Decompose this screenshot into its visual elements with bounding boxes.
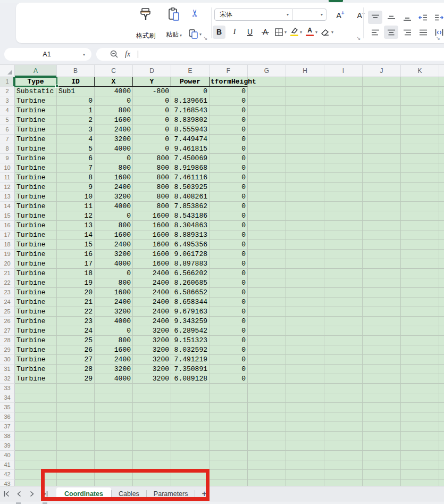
cell-I18[interactable] [324, 240, 363, 250]
cell-J3[interactable] [363, 96, 401, 106]
cell-F33[interactable] [210, 384, 248, 393]
cell-F40[interactable] [210, 451, 248, 460]
cell-I9[interactable] [324, 154, 363, 163]
cell-D7[interactable]: 0 [133, 135, 171, 144]
cell-K26[interactable] [401, 317, 439, 326]
cell-A36[interactable] [15, 412, 57, 422]
cell-I39[interactable] [324, 441, 363, 451]
cell-D15[interactable]: 1600 [133, 211, 171, 221]
cell-J9[interactable] [363, 154, 401, 163]
cell-C20[interactable]: 4000 [95, 259, 133, 269]
cell-H38[interactable] [286, 432, 324, 441]
cell-H23[interactable] [286, 288, 324, 298]
cell-H26[interactable] [286, 317, 324, 326]
cell-K37[interactable] [401, 422, 439, 432]
column-header-C[interactable]: C [95, 65, 133, 77]
cell-J42[interactable] [363, 470, 401, 480]
cell-H41[interactable] [286, 460, 324, 470]
cell-B10[interactable]: 7 [57, 163, 95, 173]
cell-F20[interactable]: 0 [210, 259, 248, 269]
cell-H37[interactable] [286, 422, 324, 432]
cell-I31[interactable] [324, 365, 363, 374]
cell-E2[interactable]: 0 [171, 87, 210, 96]
cell-C21[interactable]: 0 [95, 269, 133, 278]
cell-J36[interactable] [363, 412, 401, 422]
cell-K18[interactable] [401, 240, 439, 250]
cell-D32[interactable]: 3200 [133, 374, 171, 384]
cell-I26[interactable] [324, 317, 363, 326]
cell-G20[interactable] [248, 259, 286, 269]
cell-E4[interactable]: 7.168543 [171, 106, 210, 115]
cell-D40[interactable] [133, 451, 171, 460]
cell-G39[interactable] [248, 441, 286, 451]
cell-G43[interactable] [248, 480, 286, 486]
cell-B27[interactable]: 24 [57, 326, 95, 336]
cell-F24[interactable]: 0 [210, 298, 248, 307]
cell-D1[interactable]: Y [133, 77, 171, 87]
row-header-23[interactable]: 23 [0, 288, 15, 298]
cell-C38[interactable] [95, 432, 133, 441]
cell-F2[interactable]: 0 [210, 87, 248, 96]
name-box[interactable]: A1 ▾ [4, 48, 91, 61]
cell-G30[interactable] [248, 355, 286, 365]
cell-B4[interactable]: 1 [57, 106, 95, 115]
cell-K3[interactable] [401, 96, 439, 106]
cell-D30[interactable]: 3200 [133, 355, 171, 365]
cell-H30[interactable] [286, 355, 324, 365]
italic-button[interactable]: I [228, 26, 241, 39]
cell-A40[interactable] [15, 451, 57, 460]
cell-A10[interactable]: Turbine [15, 163, 57, 173]
cell-A15[interactable]: Turbine [15, 211, 57, 221]
cell-E22[interactable]: 8.260685 [171, 278, 210, 288]
cell-C11[interactable]: 1600 [95, 173, 133, 183]
cell-B14[interactable]: 11 [57, 202, 95, 211]
cell-K10[interactable] [401, 163, 439, 173]
cell-H10[interactable] [286, 163, 324, 173]
cell-C13[interactable]: 3200 [95, 192, 133, 202]
cell-D27[interactable]: 3200 [133, 326, 171, 336]
cell-C15[interactable]: 0 [95, 211, 133, 221]
column-header-F[interactable]: F [210, 65, 248, 77]
cell-I35[interactable] [324, 403, 363, 412]
cell-D24[interactable]: 2400 [133, 298, 171, 307]
row-header-27[interactable]: 27 [0, 326, 15, 336]
cell-G27[interactable] [248, 326, 286, 336]
cell-B35[interactable] [57, 403, 95, 412]
cell-K14[interactable] [401, 202, 439, 211]
cell-C26[interactable]: 4000 [95, 317, 133, 326]
cell-C24[interactable]: 2400 [95, 298, 133, 307]
column-header-E[interactable]: E [171, 65, 210, 77]
row-header-32[interactable]: 32 [0, 374, 15, 384]
cell-I25[interactable] [324, 307, 363, 317]
row-header-35[interactable]: 35 [0, 403, 15, 412]
align-left-button[interactable] [368, 26, 382, 39]
row-header-43[interactable]: 43 [0, 480, 15, 486]
cell-F22[interactable]: 0 [210, 278, 248, 288]
cell-H6[interactable] [286, 125, 324, 135]
cell-F41[interactable] [210, 460, 248, 470]
cell-I22[interactable] [324, 278, 363, 288]
cell-I7[interactable] [324, 135, 363, 144]
cell-I19[interactable] [324, 250, 363, 259]
cell-K21[interactable] [401, 269, 439, 278]
cell-K35[interactable] [401, 403, 439, 412]
cell-C12[interactable]: 2400 [95, 183, 133, 192]
cell-K7[interactable] [401, 135, 439, 144]
cell-B3[interactable]: 0 [57, 96, 95, 106]
cell-H21[interactable] [286, 269, 324, 278]
cell-H27[interactable] [286, 326, 324, 336]
cell-J5[interactable] [363, 115, 401, 125]
cell-D28[interactable]: 3200 [133, 336, 171, 345]
cell-J7[interactable] [363, 135, 401, 144]
bold-button[interactable]: B [213, 26, 225, 39]
cell-G18[interactable] [248, 240, 286, 250]
cell-A14[interactable]: Turbine [15, 202, 57, 211]
cell-K13[interactable] [401, 192, 439, 202]
cell-I4[interactable] [324, 106, 363, 115]
cell-H3[interactable] [286, 96, 324, 106]
cell-E14[interactable]: 7.853862 [171, 202, 210, 211]
cell-G6[interactable] [248, 125, 286, 135]
cell-C36[interactable] [95, 412, 133, 422]
cell-E40[interactable] [171, 451, 210, 460]
cell-A3[interactable]: Turbine [15, 96, 57, 106]
